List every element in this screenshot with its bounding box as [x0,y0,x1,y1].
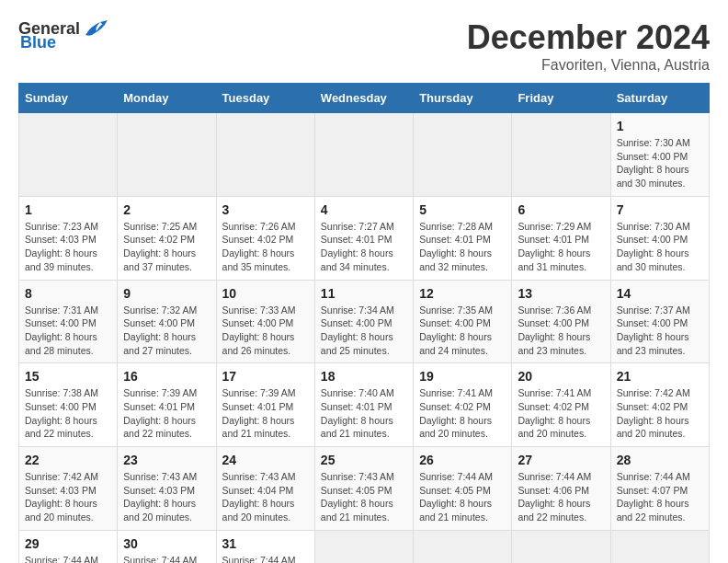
day-info: Sunrise: 7:38 AM Sunset: 4:00 PM Dayligh… [25,387,98,439]
day-number: 12 [419,286,506,301]
calendar-cell: 22 Sunrise: 7:42 AM Sunset: 4:03 PM Dayl… [19,447,118,531]
calendar-cell: 21 Sunrise: 7:42 AM Sunset: 4:02 PM Dayl… [610,363,709,447]
calendar-cell: 6 Sunrise: 7:29 AM Sunset: 4:01 PM Dayli… [512,196,610,280]
day-number: 6 [518,202,604,217]
calendar-cell: 24 Sunrise: 7:43 AM Sunset: 4:04 PM Dayl… [216,447,314,531]
day-info: Sunrise: 7:42 AM Sunset: 4:02 PM Dayligh… [617,387,690,439]
day-number: 28 [617,453,703,467]
calendar-cell: 30 Sunrise: 7:44 AM Sunset: 4:09 PM Dayl… [118,530,216,563]
day-number: 29 [25,536,111,551]
day-info: Sunrise: 7:28 AM Sunset: 4:01 PM Dayligh… [419,221,493,272]
day-number: 15 [25,369,111,384]
calendar-cell: 1 Sunrise: 7:30 AM Sunset: 4:00 PM Dayli… [610,113,709,197]
day-info: Sunrise: 7:36 AM Sunset: 4:00 PM Dayligh… [518,304,591,356]
day-number: 9 [123,286,210,301]
day-info: Sunrise: 7:37 AM Sunset: 4:00 PM Dayligh… [617,304,690,356]
day-info: Sunrise: 7:44 AM Sunset: 4:08 PM Dayligh… [25,555,98,563]
calendar-cell [314,113,413,197]
header-saturday: Saturday [610,84,709,113]
calendar-cell: 29 Sunrise: 7:44 AM Sunset: 4:08 PM Dayl… [19,530,118,563]
day-number: 26 [419,453,506,467]
calendar-week-row: 15 Sunrise: 7:38 AM Sunset: 4:00 PM Dayl… [19,363,710,447]
calendar-cell: 17 Sunrise: 7:39 AM Sunset: 4:01 PM Dayl… [216,363,314,447]
day-info: Sunrise: 7:44 AM Sunset: 4:07 PM Dayligh… [617,471,690,523]
logo-blue-text: Blue [20,33,56,52]
month-title: December 2024 [467,18,710,57]
day-info: Sunrise: 7:34 AM Sunset: 4:00 PM Dayligh… [321,304,394,356]
day-info: Sunrise: 7:43 AM Sunset: 4:03 PM Dayligh… [123,471,197,523]
calendar-cell: 20 Sunrise: 7:41 AM Sunset: 4:02 PM Dayl… [512,363,610,447]
day-number: 23 [123,453,210,467]
logo-bird-icon [82,18,108,39]
day-info: Sunrise: 7:35 AM Sunset: 4:00 PM Dayligh… [419,304,493,356]
header-thursday: Thursday [414,84,512,113]
day-number: 5 [419,202,506,217]
header-sunday: Sunday [19,84,118,113]
day-info: Sunrise: 7:44 AM Sunset: 4:06 PM Dayligh… [518,471,591,523]
day-info: Sunrise: 7:27 AM Sunset: 4:01 PM Dayligh… [321,221,394,272]
calendar-cell: 1 Sunrise: 7:23 AM Sunset: 4:03 PM Dayli… [19,196,118,280]
day-info: Sunrise: 7:43 AM Sunset: 4:04 PM Dayligh… [222,471,296,523]
calendar-cell: 23 Sunrise: 7:43 AM Sunset: 4:03 PM Dayl… [118,447,216,531]
calendar-cell: 28 Sunrise: 7:44 AM Sunset: 4:07 PM Dayl… [610,447,709,531]
day-number: 1 [617,119,703,133]
calendar-week-row: 1 Sunrise: 7:23 AM Sunset: 4:03 PM Dayli… [19,196,710,280]
day-number: 18 [321,369,407,384]
day-info: Sunrise: 7:41 AM Sunset: 4:02 PM Dayligh… [518,387,591,439]
day-number: 3 [222,202,309,217]
day-info: Sunrise: 7:25 AM Sunset: 4:02 PM Dayligh… [123,221,197,272]
day-number: 25 [321,453,407,467]
day-number: 30 [123,536,210,551]
calendar-cell: 5 Sunrise: 7:28 AM Sunset: 4:01 PM Dayli… [414,196,512,280]
location-title: Favoriten, Vienna, Austria [467,57,710,74]
calendar-cell: 27 Sunrise: 7:44 AM Sunset: 4:06 PM Dayl… [512,447,610,531]
day-info: Sunrise: 7:33 AM Sunset: 4:00 PM Dayligh… [222,304,296,356]
header-friday: Friday [512,84,610,113]
day-info: Sunrise: 7:32 AM Sunset: 4:00 PM Dayligh… [123,304,197,356]
day-number: 4 [321,202,407,217]
day-number: 21 [617,369,703,384]
calendar-cell [314,530,413,563]
calendar-cell: 8 Sunrise: 7:31 AM Sunset: 4:00 PM Dayli… [19,280,118,363]
day-info: Sunrise: 7:40 AM Sunset: 4:01 PM Dayligh… [321,387,394,439]
day-info: Sunrise: 7:44 AM Sunset: 4:09 PM Dayligh… [222,555,296,563]
day-info: Sunrise: 7:39 AM Sunset: 4:01 PM Dayligh… [123,387,197,439]
calendar-cell [118,113,216,197]
calendar-cell: 31 Sunrise: 7:44 AM Sunset: 4:09 PM Dayl… [216,530,314,563]
calendar-cell: 25 Sunrise: 7:43 AM Sunset: 4:05 PM Dayl… [314,447,413,531]
title-section: December 2024 Favoriten, Vienna, Austria [467,18,710,74]
calendar-cell [512,113,610,197]
calendar-cell: 10 Sunrise: 7:33 AM Sunset: 4:00 PM Dayl… [216,280,314,363]
day-info: Sunrise: 7:30 AM Sunset: 4:00 PM Dayligh… [617,221,690,272]
day-number: 10 [222,286,309,301]
calendar-cell: 7 Sunrise: 7:30 AM Sunset: 4:00 PM Dayli… [610,196,709,280]
calendar-cell: 9 Sunrise: 7:32 AM Sunset: 4:00 PM Dayli… [118,280,216,363]
day-number: 2 [123,202,210,217]
calendar-cell: 26 Sunrise: 7:44 AM Sunset: 4:05 PM Dayl… [414,447,512,531]
day-info: Sunrise: 7:44 AM Sunset: 4:05 PM Dayligh… [419,471,493,523]
day-number: 24 [222,453,309,467]
calendar-cell [19,113,118,197]
calendar-cell: 13 Sunrise: 7:36 AM Sunset: 4:00 PM Dayl… [512,280,610,363]
day-info: Sunrise: 7:30 AM Sunset: 4:00 PM Dayligh… [617,137,690,189]
logo: General Blue [18,18,108,52]
calendar-cell: 11 Sunrise: 7:34 AM Sunset: 4:00 PM Dayl… [314,280,413,363]
calendar-cell: 12 Sunrise: 7:35 AM Sunset: 4:00 PM Dayl… [414,280,512,363]
day-number: 20 [518,369,604,384]
header-monday: Monday [118,84,216,113]
day-number: 19 [419,369,506,384]
day-number: 7 [617,202,703,217]
calendar-cell: 4 Sunrise: 7:27 AM Sunset: 4:01 PM Dayli… [314,196,413,280]
calendar-cell: 16 Sunrise: 7:39 AM Sunset: 4:01 PM Dayl… [118,363,216,447]
day-number: 31 [222,536,309,551]
calendar-week-row: 22 Sunrise: 7:42 AM Sunset: 4:03 PM Dayl… [19,447,710,531]
calendar-cell: 19 Sunrise: 7:41 AM Sunset: 4:02 PM Dayl… [414,363,512,447]
calendar-cell: 3 Sunrise: 7:26 AM Sunset: 4:02 PM Dayli… [216,196,314,280]
header-wednesday: Wednesday [314,84,413,113]
calendar-cell [414,113,512,197]
calendar-cell [512,530,610,563]
calendar-week-row: 8 Sunrise: 7:31 AM Sunset: 4:00 PM Dayli… [19,280,710,363]
day-number: 22 [25,453,111,467]
day-number: 14 [617,286,703,301]
day-info: Sunrise: 7:26 AM Sunset: 4:02 PM Dayligh… [222,221,296,272]
